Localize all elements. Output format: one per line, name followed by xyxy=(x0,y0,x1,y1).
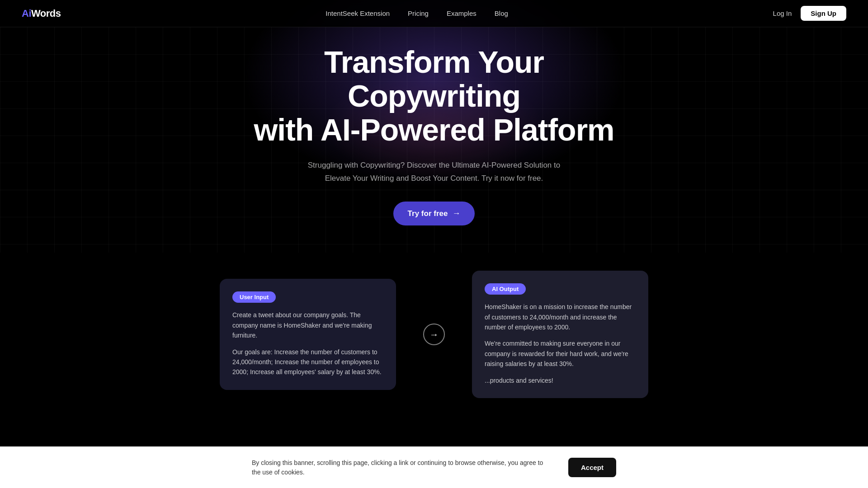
ai-text-3: ...products and services! xyxy=(485,375,636,385)
demo-arrow-button[interactable]: → xyxy=(423,324,445,345)
hero-section: Transform Your Copywriting with AI-Power… xyxy=(0,0,868,253)
cta-label: Try for free xyxy=(408,209,448,218)
user-text-2: Our goals are: Increase the number of cu… xyxy=(232,347,383,377)
login-button[interactable]: Log In xyxy=(773,9,792,17)
ai-card-text: HomeShaker is on a mission to increase t… xyxy=(485,302,636,385)
ai-badge: AI Output xyxy=(485,283,526,295)
ai-output-card: AI Output HomeShaker is on a mission to … xyxy=(472,271,648,398)
hero-content: Transform Your Copywriting with AI-Power… xyxy=(253,45,615,225)
user-text-1: Create a tweet about our company goals. … xyxy=(232,310,383,340)
logo-words: Words xyxy=(31,8,61,19)
nav-examples[interactable]: Examples xyxy=(447,9,476,17)
user-input-card: User Input Create a tweet about our comp… xyxy=(220,279,396,389)
nav-intentseek[interactable]: IntentSeek Extension xyxy=(326,9,390,17)
hero-title-line2: with AI-Powered Platform xyxy=(254,113,614,147)
demo-section: User Input Create a tweet about our comp… xyxy=(0,253,868,434)
navbar: AiWords IntentSeek Extension Pricing Exa… xyxy=(0,0,868,27)
cta-arrow-icon: → xyxy=(452,209,460,218)
cta-button[interactable]: Try for free → xyxy=(393,202,475,225)
user-card-text: Create a tweet about our company goals. … xyxy=(232,310,383,377)
signup-button[interactable]: Sign Up xyxy=(801,6,846,21)
user-badge: User Input xyxy=(232,291,276,303)
hero-subtitle: Struggling with Copywriting? Discover th… xyxy=(307,159,561,185)
cookie-banner: By closing this banner, scrolling this p… xyxy=(0,446,868,488)
logo[interactable]: AiWords xyxy=(22,8,61,19)
nav-actions: Log In Sign Up xyxy=(773,6,846,21)
hero-title: Transform Your Copywriting with AI-Power… xyxy=(253,45,615,146)
cookie-accept-button[interactable]: Accept xyxy=(568,458,616,477)
cookie-message: By closing this banner, scrolling this p… xyxy=(252,458,550,477)
hero-title-line1: Transform Your Copywriting xyxy=(324,45,544,113)
nav-blog[interactable]: Blog xyxy=(495,9,508,17)
logo-ai: Ai xyxy=(22,8,31,19)
nav-links: IntentSeek Extension Pricing Examples Bl… xyxy=(326,9,508,17)
arrow-icon: → xyxy=(429,329,439,340)
ai-text-1: HomeShaker is on a mission to increase t… xyxy=(485,302,636,332)
ai-text-2: We're committed to making sure everyone … xyxy=(485,338,636,369)
nav-pricing[interactable]: Pricing xyxy=(408,9,429,17)
